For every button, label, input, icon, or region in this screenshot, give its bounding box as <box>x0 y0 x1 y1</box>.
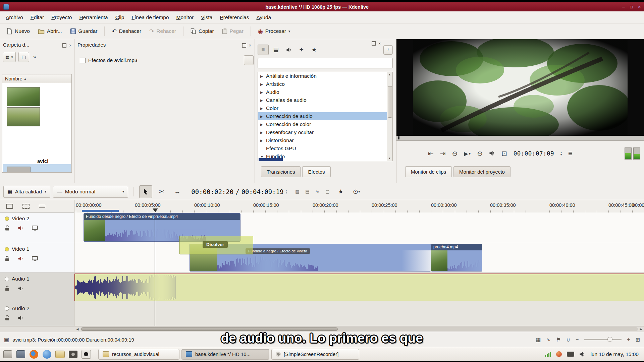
bin-name-column-header[interactable]: Nombre ▴ <box>2 74 71 83</box>
mute-track-icon[interactable] <box>18 286 24 291</box>
category-correccion-de-audio[interactable]: ▶Corrección de audio <box>258 112 392 120</box>
tab-monitor-de-clips[interactable]: Monitor de clips <box>405 166 452 177</box>
timecode-spinner[interactable]: ▴▾ <box>560 151 562 156</box>
scrollbar-thumb[interactable] <box>81 327 338 331</box>
goto-zone-start-button[interactable]: ⇤ <box>428 150 434 157</box>
track-header-audio2[interactable]: Audio 2 <box>0 302 74 326</box>
favorite-effects-button[interactable]: ★ <box>334 185 347 198</box>
forward-button[interactable]: ⊖ <box>477 150 483 157</box>
category-color[interactable]: ▶Color <box>258 104 392 112</box>
scroll-up-icon[interactable]: ▲ <box>387 72 392 77</box>
file-manager-icon[interactable] <box>15 349 26 360</box>
float-panel-icon[interactable] <box>62 43 66 48</box>
category-distorsionar[interactable]: ▶Distorsionar <box>258 136 392 144</box>
edit-mode-select[interactable]: — Modo normal ▾ <box>53 186 128 198</box>
menu-vista[interactable]: Vista <box>197 13 216 22</box>
category-artistico[interactable]: ▶Artístico <box>258 80 392 88</box>
thumbnails-video-button[interactable]: ▤ <box>303 188 311 195</box>
scrollbar-track[interactable] <box>80 327 638 331</box>
recorder-tray-icon[interactable] <box>556 351 562 357</box>
monitor-menu-button[interactable]: ≡ <box>568 150 573 157</box>
track-lane-video1[interactable]: Fundido a negro / Efecto de viñeta prueb… <box>74 243 644 273</box>
lock-track-icon[interactable] <box>5 256 10 261</box>
undo-button[interactable]: ↶Deshacer <box>108 26 145 37</box>
menu-preferencias[interactable]: Preferencias <box>216 13 253 22</box>
menu-linea-de-tiempo[interactable]: Línea de tiempo <box>128 13 172 22</box>
float-panel-icon[interactable] <box>372 41 376 46</box>
active-track-indicator[interactable] <box>5 306 9 311</box>
float-panel-icon[interactable] <box>242 43 246 48</box>
spin-down-icon[interactable]: ▾ <box>560 154 562 156</box>
add-clip-button[interactable]: ▦▾ <box>3 52 16 62</box>
favorite-effects-button[interactable]: ★ <box>309 45 320 55</box>
paste-button[interactable]: Pegar <box>218 26 247 37</box>
track-lane-audio1[interactable] <box>74 273 644 302</box>
category-efectos-gpu[interactable]: Efectos GPU <box>258 144 392 153</box>
folder-launcher-icon[interactable] <box>54 349 65 360</box>
track-header-audio1[interactable]: Audio 1 <box>0 273 74 302</box>
track-header-video1[interactable]: Video 1 <box>0 243 74 273</box>
spin-down-icon[interactable]: ▾ <box>285 192 287 194</box>
thumbnails-audio-button[interactable]: ∿ <box>313 188 321 195</box>
keyboard-indicator-icon[interactable] <box>567 352 574 357</box>
menu-proyecto[interactable]: Proyecto <box>48 13 75 22</box>
track-header-video2[interactable]: Video 2 <box>0 213 74 243</box>
category-analisis[interactable]: ▶Análisis e información <box>258 72 392 80</box>
tab-transiciones[interactable]: Transiciones <box>261 166 301 177</box>
network-icon[interactable] <box>545 352 551 357</box>
active-track-indicator[interactable] <box>5 217 9 221</box>
thumbnails-all-button[interactable]: ▧ <box>293 188 301 195</box>
clip-thumbnail-tree[interactable] <box>7 87 40 106</box>
menu-ayuda[interactable]: Ayuda <box>253 13 275 22</box>
category-desenfocar[interactable]: ▶Desenfocar y ocultar <box>258 128 392 136</box>
effect-stack-options-button[interactable] <box>244 55 254 65</box>
effects-enabled-checkbox[interactable] <box>80 58 86 63</box>
spacer-tool-button[interactable]: ↔ <box>171 185 184 198</box>
effects-scrollbar[interactable]: ▲ ▼ <box>387 72 392 161</box>
active-track-indicator[interactable] <box>5 247 9 251</box>
show-all-effects-button[interactable]: ≡ <box>258 45 269 55</box>
timeline-ruler[interactable]: 00:00:00:00 00:00:05:00 00:00:10:00 00:0… <box>74 200 644 213</box>
toolbar-overflow-button[interactable]: » <box>32 54 38 60</box>
timeline-position-display[interactable]: 00:00:02:20 / 00:04:09:19 ▴▾ <box>191 188 287 195</box>
minimize-button[interactable]: – <box>622 5 625 9</box>
play-button[interactable]: ▶▾ <box>464 150 471 157</box>
monitor-mute-button[interactable] <box>489 150 495 158</box>
goto-zone-end-button[interactable]: ⇥ <box>440 150 446 157</box>
menu-editar[interactable]: Editar <box>27 13 48 22</box>
clip-prueba4[interactable]: prueba4.mp4 <box>431 244 482 272</box>
selection-tool-button[interactable] <box>139 185 152 198</box>
compositing-button[interactable]: ⊙▾ <box>350 185 363 198</box>
mute-track-icon[interactable] <box>18 315 24 320</box>
show-description-button[interactable]: i <box>383 45 393 55</box>
monitor-seek-bar[interactable] <box>396 136 644 141</box>
video-effects-button[interactable]: ▤ <box>270 45 281 55</box>
active-track-indicator[interactable] <box>5 277 9 281</box>
save-button[interactable]: Guardar <box>66 26 101 37</box>
lock-track-icon[interactable] <box>5 315 10 321</box>
track-options-icon[interactable] <box>39 205 45 208</box>
menu-archivo[interactable]: Archivo <box>2 13 27 22</box>
playhead-marker[interactable] <box>153 208 158 212</box>
titlebar[interactable]: base.kdenlive */ HD 1080p 25 fps — Kdenl… <box>0 2 644 11</box>
hide-track-icon[interactable] <box>32 256 38 261</box>
video-display[interactable] <box>396 39 644 136</box>
custom-effects-button[interactable]: ✦ <box>296 45 307 55</box>
hide-track-icon[interactable] <box>32 226 38 231</box>
menu-clip[interactable]: Clip <box>112 13 128 22</box>
timeline-preview-icon[interactable] <box>6 204 13 209</box>
copy-button[interactable]: Copiar <box>187 26 218 37</box>
close-button[interactable]: × <box>638 5 641 9</box>
monitor-timecode[interactable]: 00:00:07:09 <box>514 150 554 157</box>
zone-mode-button[interactable]: ⊡ <box>501 150 507 157</box>
effect-search-input[interactable] <box>258 58 393 68</box>
redo-button[interactable]: ↷Rehacer <box>146 26 180 37</box>
show-desktop-icon[interactable] <box>2 349 13 360</box>
close-panel-icon[interactable]: × <box>249 44 251 48</box>
audio-clip-item[interactable]: ♪ <box>7 167 31 173</box>
timecode-spinner[interactable]: ▴▾ <box>285 189 287 194</box>
lock-track-icon[interactable] <box>5 286 10 291</box>
taskbar-window-recursos[interactable]: recursos_audiovisual <box>98 349 179 360</box>
taskbar-window-recorder[interactable]: [SimpleScreenRecorder] <box>271 349 359 360</box>
new-button[interactable]: Nuevo <box>3 25 34 37</box>
